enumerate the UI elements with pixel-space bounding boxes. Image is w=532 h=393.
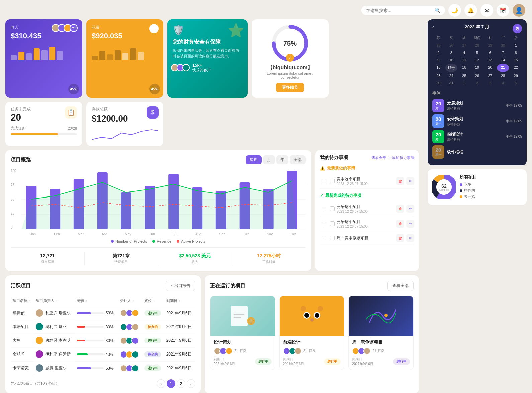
cal-day-13[interactable]: 13 [484,56,496,64]
sort-position[interactable]: ↕ [153,299,155,303]
running-tag-1[interactable]: 进行中 [255,358,272,365]
cal-day-10[interactable]: 10 [445,56,458,64]
expense-add-btn[interactable]: + [149,24,159,33]
todo-delete-3[interactable]: 🗑 [396,220,404,228]
sort-due[interactable]: ↕ [179,299,181,303]
cal-day-11[interactable]: 11 [458,56,470,64]
next-page-btn[interactable]: › [187,379,195,388]
cal-day-25[interactable]: 25 [458,72,470,79]
pie-dot-1 [460,183,462,186]
calendar-button[interactable]: 📅 [497,4,509,17]
cal-day-18[interactable]: 18 [458,64,470,72]
cal-day-27p[interactable]: 27 [458,42,470,49]
todo-actions-2: 🗑 ✏ [396,205,414,213]
cal-day-8[interactable]: 8 [510,49,522,56]
cal-day-4[interactable]: 4 [458,49,470,56]
todo-check-2[interactable] [330,206,335,211]
cal-day-1n[interactable]: 1 [458,79,470,87]
tab-all[interactable]: 全部 [290,155,306,164]
todo-add-btn[interactable]: + 添加待办事项 [389,155,414,160]
user-avatar[interactable]: 👤 [513,4,525,17]
sort-name[interactable]: ↕ [29,299,31,303]
cal-day-17[interactable]: 17号 [445,64,458,72]
cal-day-19[interactable]: 19 [471,64,483,72]
cal-day-29p[interactable]: 29 [484,42,496,49]
todo-check-1[interactable] [330,179,335,183]
cal-day-5n[interactable]: 5 [510,79,522,87]
r2-av3 [131,323,139,331]
cal-day-26p[interactable]: 26 [445,42,458,49]
todo-delete-1[interactable]: 🗑 [396,177,404,185]
cal-day-28[interactable]: 28 [497,72,509,79]
bell-button[interactable]: 🔔 [464,4,477,17]
cal-day-1[interactable]: 1 [510,42,522,49]
events-title: 事件 [432,91,522,96]
prev-page-btn[interactable]: ‹ [157,379,165,388]
cal-day-24[interactable]: 24 [445,72,458,79]
cal-day-6[interactable]: 6 [484,49,496,56]
cal-day-9[interactable]: 9 [432,56,445,64]
cal-day-27[interactable]: 27 [484,72,496,79]
cal-day-23[interactable]: 23 [432,72,445,79]
cal-day-28p[interactable]: 28 [471,42,483,49]
moon-button[interactable]: 🌙 [448,4,461,17]
cal-day-3n[interactable]: 3 [484,79,496,87]
donut-detail-btn[interactable]: 更多细节 [276,83,304,92]
x-oct: Oct [243,232,249,236]
todo-delete-4[interactable]: 🗑 [396,234,404,242]
sort-assignee[interactable]: ↕ [133,299,135,303]
cal-prev-btn[interactable]: ‹ [432,24,434,30]
cal-day-31[interactable]: 31 [445,79,458,87]
todo-edit-1[interactable]: ✏ [406,177,414,185]
tab-yearly[interactable]: 年 [276,155,288,164]
search-box[interactable]: 🔍 [361,6,445,15]
cal-day-25p[interactable]: 25 [432,42,445,49]
cal-settings-btn[interactable]: ⚙ [513,24,522,33]
cal-day-30[interactable]: 30 [432,79,445,87]
cal-day-16[interactable]: 16 [432,64,445,72]
cal-day-3[interactable]: 3 [445,49,458,56]
cal-day-15[interactable]: 15 [510,56,522,64]
cal-day-29[interactable]: 29 [510,72,522,79]
cal-day-22[interactable]: 22 [510,64,522,72]
cal-day-30p[interactable]: 30 [497,42,509,49]
sort-progress[interactable]: ↕ [86,299,88,303]
todo-check-3[interactable] [330,221,335,226]
row1-due: 2021年9月6日 [164,306,195,320]
mail-button[interactable]: ✉ [480,4,493,17]
running-tag-3[interactable]: 进行中 [393,358,410,365]
cal-day-2n[interactable]: 2 [471,79,483,87]
cal-day-12[interactable]: 12 [471,56,483,64]
cal-day-21[interactable]: 21 [497,64,509,72]
page-2-btn[interactable]: 2 [177,379,185,388]
project-team-2: 21+团队 [283,347,341,355]
tab-weekly[interactable]: 星期 [246,155,262,164]
page-1-btn[interactable]: 1 [167,379,175,388]
cal-day-26[interactable]: 26 [471,72,483,79]
todo-view-all[interactable]: 查看全部 [372,155,386,160]
todo-edit-2[interactable]: ✏ [406,205,414,213]
cal-settings-area: ⚙ [513,24,522,33]
todo-check-4[interactable] [330,236,335,240]
cal-week-2: 2 3 4 5 6 7 8 [432,49,522,56]
export-btn[interactable]: ↑ 出口报告 [166,281,195,291]
cal-day-7[interactable]: 7 [497,49,509,56]
th-due: 到期日 ↕ [164,296,195,306]
todo-delete-2[interactable]: 🗑 [396,205,404,213]
project-card-body-1: 设计策划 21+团队 [210,336,275,370]
todo-edit-3[interactable]: ✏ [406,220,414,228]
cal-day-5[interactable]: 5 [471,49,483,56]
cal-day-2[interactable]: 2 [432,49,445,56]
tab-monthly[interactable]: 月 [263,155,275,164]
running-tag-2[interactable]: 进行中 [324,358,341,365]
due-label-2: 到期日 [283,357,304,362]
row4-status: 完全的 [144,351,161,357]
todo-text-1: 竞争这个项目 2023-12-26 07:15:00 [337,176,394,186]
view-all-btn[interactable]: 查看全部 [387,281,414,291]
todo-edit-4[interactable]: ✏ [406,234,414,242]
sort-manager[interactable]: ↕ [56,299,58,303]
cal-day-14[interactable]: 14 [497,56,509,64]
cal-day-20[interactable]: 20 [484,64,496,72]
cal-day-4n[interactable]: 4 [497,79,509,87]
search-input[interactable] [366,8,432,13]
